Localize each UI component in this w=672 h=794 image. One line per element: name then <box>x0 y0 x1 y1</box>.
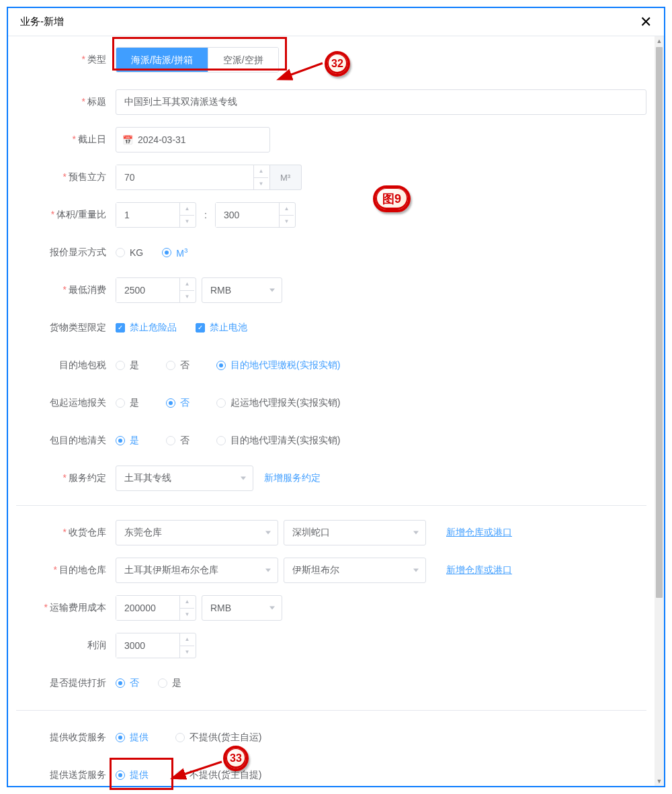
label-dest-tax: 目的地包税 <box>16 359 116 371</box>
presale-cbm-input[interactable]: ▲▼ <box>116 165 270 190</box>
spinner-up-icon[interactable]: ▲ <box>280 203 294 216</box>
radio-m3[interactable]: M3 <box>162 247 187 259</box>
spinner-down-icon[interactable]: ▼ <box>180 609 194 621</box>
spinner-up-icon[interactable]: ▲ <box>180 633 194 646</box>
profit-input[interactable]: ▲▼ <box>116 633 196 658</box>
ratio-b-input[interactable]: ▲▼ <box>215 202 296 228</box>
spinner[interactable]: ▲▼ <box>279 203 294 227</box>
type-tabs: 海派/陆派/拼箱 空派/空拼 <box>116 47 279 73</box>
radio-kg[interactable]: KG <box>116 247 143 258</box>
spinner[interactable]: ▲▼ <box>253 165 268 189</box>
spinner-down-icon[interactable]: ▼ <box>180 291 194 303</box>
receive-warehouse-select[interactable]: 东莞仓库 <box>116 520 278 545</box>
scrollbar-down-arrow-icon[interactable]: ▼ <box>655 777 664 786</box>
label-min-charge: *最低消费 <box>16 284 116 296</box>
add-service-agreement-link[interactable]: 新增服务约定 <box>264 472 321 484</box>
radio-dest-customs-no[interactable]: 否 <box>166 435 190 447</box>
radio-origin-customs-no[interactable]: 否 <box>166 397 190 409</box>
label-transport-cost: *运输费用成本 <box>16 602 116 614</box>
spinner-down-icon[interactable]: ▼ <box>254 178 268 190</box>
label-receive-warehouse: *收货仓库 <box>16 527 116 539</box>
radio-discount-yes[interactable]: 是 <box>158 677 181 689</box>
discount-radio-group: 否 是 <box>116 670 181 696</box>
dialog-window: 业务-新增 ✕ *类型 海派/陆派/拼箱 空派/空拼 *标题 *截止日 <box>7 7 665 787</box>
quote-mode-radio-group: KG M3 <box>116 240 187 265</box>
section-divider <box>16 505 646 506</box>
spinner[interactable]: ▲▼ <box>179 633 194 658</box>
radio-origin-customs-yes[interactable]: 是 <box>116 397 139 409</box>
label-profit: 利润 <box>16 639 116 652</box>
radio-dest-tax-yes[interactable]: 是 <box>116 359 139 371</box>
add-warehouse-link[interactable]: 新增仓库或港口 <box>446 527 512 539</box>
min-charge-currency-select[interactable]: RMB <box>202 277 282 303</box>
dest-port-select[interactable]: 伊斯坦布尔 <box>284 558 426 583</box>
origin-customs-radio-group: 是 否 起运地代理报关(实报实销) <box>116 390 340 416</box>
checkbox-no-battery[interactable]: ✓禁止电池 <box>196 322 247 334</box>
label-origin-customs: 包起运地报关 <box>16 397 116 409</box>
ratio-b-field[interactable] <box>216 203 279 227</box>
profit-field[interactable] <box>116 633 179 658</box>
ratio-a-field[interactable] <box>116 203 179 227</box>
content-area: *类型 海派/陆派/拼箱 空派/空拼 *标题 *截止日 📅 <box>8 36 655 786</box>
tab-air[interactable]: 空派/空拼 <box>208 48 278 72</box>
spinner-up-icon[interactable]: ▲ <box>180 203 194 216</box>
spinner[interactable]: ▲▼ <box>179 596 194 620</box>
spinner-down-icon[interactable]: ▼ <box>280 216 294 228</box>
spinner-up-icon[interactable]: ▲ <box>180 278 194 291</box>
spinner-down-icon[interactable]: ▼ <box>180 216 194 228</box>
ratio-a-input[interactable]: ▲▼ <box>116 202 196 228</box>
deadline-date-picker[interactable]: 📅 <box>116 127 270 152</box>
radio-pickup-no[interactable]: 不提供(货主自运) <box>175 732 261 744</box>
min-charge-field[interactable] <box>116 278 179 302</box>
radio-dest-customs-agent[interactable]: 目的地代理清关(实报实销) <box>216 435 340 447</box>
label-dest-customs: 包目的地清关 <box>16 435 116 447</box>
min-charge-input[interactable]: ▲▼ <box>116 277 196 303</box>
calendar-icon: 📅 <box>122 135 133 145</box>
label-pickup: 提供收货服务 <box>16 732 116 744</box>
title-bar: 业务-新增 ✕ <box>8 8 664 36</box>
receive-port-select[interactable]: 深圳蛇口 <box>284 520 426 545</box>
add-dest-warehouse-link[interactable]: 新增仓库或港口 <box>446 564 512 576</box>
radio-discount-no[interactable]: 否 <box>116 677 139 689</box>
dest-warehouse-select[interactable]: 土耳其伊斯坦布尔仓库 <box>116 558 278 583</box>
spinner[interactable]: ▲▼ <box>179 203 194 227</box>
radio-dest-customs-yes[interactable]: 是 <box>116 435 139 447</box>
close-icon[interactable]: ✕ <box>640 15 652 30</box>
spinner[interactable]: ▲▼ <box>179 278 194 302</box>
radio-dest-tax-no[interactable]: 否 <box>166 359 190 371</box>
label-provide-discount: 是否提供打折 <box>16 677 116 689</box>
ratio-colon: : <box>196 210 215 220</box>
service-agreement-select[interactable]: 土耳其专线 <box>116 466 253 491</box>
spinner-up-icon[interactable]: ▲ <box>180 596 194 609</box>
radio-delivery-no[interactable]: 不提供(货主自提) <box>175 769 261 781</box>
delivery-radio-group: 提供 不提供(货主自提) <box>116 762 261 786</box>
label-quote-mode: 报价显示方式 <box>16 247 116 259</box>
pickup-radio-group: 提供 不提供(货主自运) <box>116 725 261 750</box>
label-title: *标题 <box>16 96 116 108</box>
deadline-input[interactable] <box>116 127 270 152</box>
spinner-up-icon[interactable]: ▲ <box>254 165 268 178</box>
transport-cost-input[interactable]: ▲▼ <box>116 595 196 621</box>
dialog-title: 业务-新增 <box>20 15 64 28</box>
radio-delivery-yes[interactable]: 提供 <box>116 769 149 781</box>
transport-cost-field[interactable] <box>116 596 179 620</box>
label-service-agreement: *服务约定 <box>16 472 116 484</box>
checkbox-no-dangerous[interactable]: ✓禁止危险品 <box>116 322 177 334</box>
transport-cost-currency-select[interactable]: RMB <box>202 595 282 621</box>
scrollbar-thumb[interactable] <box>656 47 663 598</box>
label-presale-cbm: *预售立方 <box>16 171 116 183</box>
radio-pickup-yes[interactable]: 提供 <box>116 732 149 744</box>
tab-sea-land[interactable]: 海派/陆派/拼箱 <box>116 48 208 72</box>
presale-cbm-field[interactable] <box>116 165 253 189</box>
title-input[interactable] <box>116 89 646 115</box>
section-divider <box>16 710 646 711</box>
label-cargo-restriction: 货物类型限定 <box>16 322 116 334</box>
label-type: *类型 <box>16 54 116 66</box>
vertical-scrollbar[interactable]: ▲ ▼ <box>655 36 664 786</box>
radio-dest-tax-agent[interactable]: 目的地代理缴税(实报实销) <box>216 359 340 371</box>
radio-origin-customs-agent[interactable]: 起运地代理报关(实报实销) <box>216 397 340 409</box>
scrollbar-up-arrow-icon[interactable]: ▲ <box>655 36 664 46</box>
cargo-restriction-checkboxes: ✓禁止危险品 ✓禁止电池 <box>116 315 247 341</box>
spinner-down-icon[interactable]: ▼ <box>180 646 194 658</box>
label-dest-warehouse: *目的地仓库 <box>16 564 116 576</box>
